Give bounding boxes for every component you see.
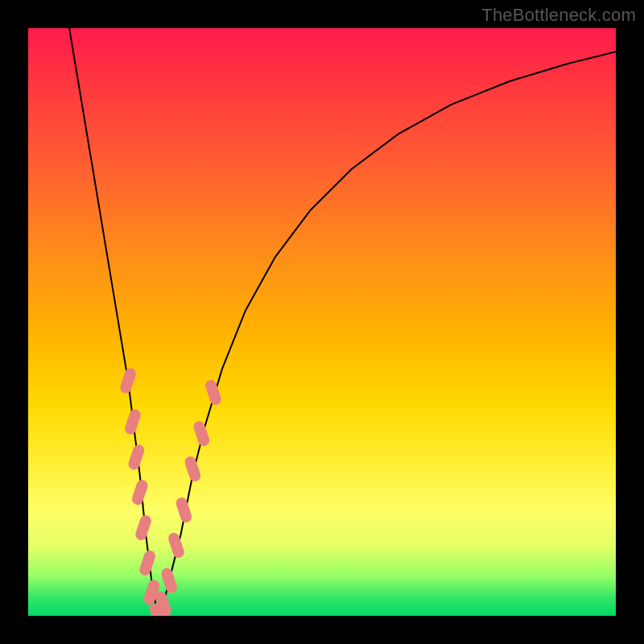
highlighted-point: [141, 521, 146, 535]
highlighted-point: [167, 574, 171, 588]
bottleneck-curve: [69, 28, 616, 616]
highlighted-point: [138, 485, 142, 499]
highlighted-point: [161, 597, 166, 611]
plot-area: [28, 28, 616, 616]
highlighted-point: [191, 462, 196, 476]
marker-group: [126, 374, 215, 617]
highlighted-point: [182, 503, 187, 517]
highlighted-point: [130, 415, 135, 429]
watermark-text: TheBottleneck.com: [481, 5, 636, 26]
highlighted-point: [211, 386, 216, 399]
highlighted-point: [126, 374, 130, 388]
highlighted-point: [145, 556, 150, 570]
highlighted-point: [174, 539, 179, 552]
chart-frame: TheBottleneck.com: [0, 0, 644, 644]
highlighted-point: [155, 609, 160, 617]
highlighted-point: [150, 585, 155, 599]
highlighted-point: [200, 427, 204, 440]
highlighted-point: [134, 450, 139, 464]
curve-svg: [28, 28, 616, 616]
bottleneck-curve-path: [69, 28, 616, 616]
